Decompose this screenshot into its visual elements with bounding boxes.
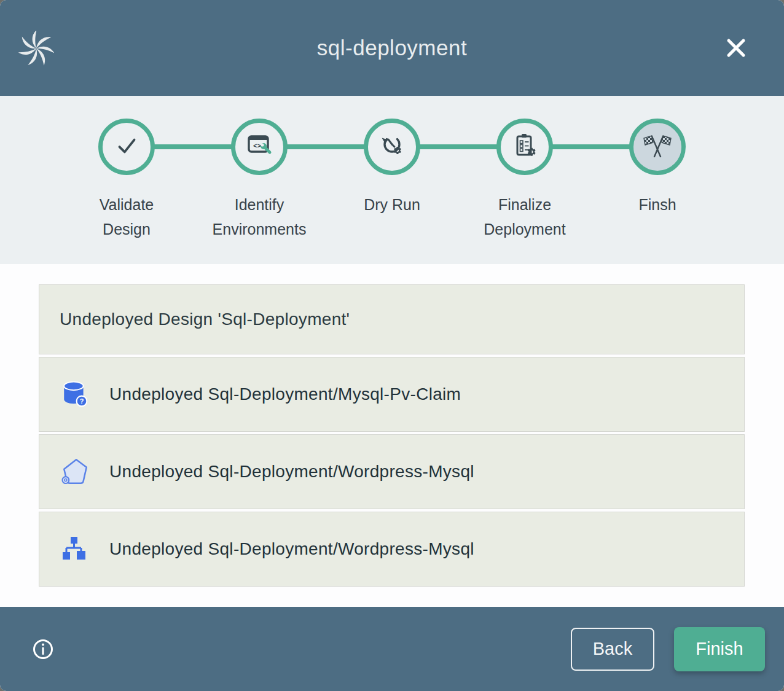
step-validate-design: Validate Design	[60, 119, 193, 241]
step-label: Validate Design	[100, 192, 154, 241]
step-label: Finalize Deployment	[484, 192, 565, 241]
step-finish-circle[interactable]	[629, 119, 686, 175]
back-button[interactable]: Back	[571, 628, 654, 671]
info-icon[interactable]	[32, 638, 54, 660]
status-panel: Undeployed Design 'Sql-Deployment' ? Und…	[39, 284, 745, 587]
wizard-stepper: Validate Design <>	[0, 96, 784, 264]
status-row-wordpress-mysql-tree: Undeployed Sql-Deployment/Wordpress-Mysq…	[39, 512, 745, 587]
code-window-wrench-icon: <>	[245, 131, 274, 163]
dialog-title: sql-deployment	[317, 36, 467, 60]
status-row-pv-claim: ? Undeployed Sql-Deployment/Mysql-Pv-Cla…	[39, 357, 745, 432]
check-icon	[112, 131, 141, 162]
status-row-wordpress-mysql-pod: Undeployed Sql-Deployment/Wordpress-Mysq…	[39, 434, 745, 509]
step-validate-design-circle[interactable]	[98, 119, 155, 175]
dialog-footer: Back Finish	[0, 607, 784, 691]
wizard-content: Undeployed Design 'Sql-Deployment' ? Und…	[0, 264, 784, 607]
database-icon: ?	[60, 379, 90, 410]
step-finalize-deployment: Finalize Deployment	[458, 119, 591, 241]
status-text: Undeployed Design 'Sql-Deployment'	[60, 310, 350, 329]
deployment-wizard-dialog: sql-deployment Validate	[0, 0, 784, 691]
clipboard-gear-icon	[510, 131, 539, 163]
checkered-flags-icon	[643, 131, 672, 163]
step-label: Identify Environments	[213, 192, 307, 241]
pod-icon	[60, 456, 90, 487]
step-identify-environments: <> Identify Environments	[193, 119, 326, 241]
svg-text:?: ?	[80, 397, 84, 405]
step-label: Finsh	[638, 192, 676, 217]
step-finish: Finsh	[591, 119, 724, 241]
dry-run-gear-icon	[377, 131, 407, 163]
pinwheel-logo-icon	[18, 31, 54, 66]
step-finalize-deployment-circle[interactable]	[496, 119, 553, 175]
step-identify-environments-circle[interactable]: <>	[231, 119, 288, 175]
status-text: Undeployed Sql-Deployment/Wordpress-Mysq…	[109, 462, 474, 482]
dialog-header: sql-deployment	[0, 0, 784, 96]
step-label: Dry Run	[364, 192, 420, 217]
svg-text:<>: <>	[253, 142, 262, 150]
status-text: Undeployed Sql-Deployment/Wordpress-Mysq…	[109, 539, 474, 559]
status-row-design: Undeployed Design 'Sql-Deployment'	[39, 284, 745, 354]
status-text: Undeployed Sql-Deployment/Mysql-Pv-Claim	[109, 385, 461, 404]
close-icon[interactable]	[721, 33, 751, 63]
step-dry-run: Dry Run	[326, 119, 458, 241]
tree-icon	[60, 534, 90, 564]
step-dry-run-circle[interactable]	[364, 119, 420, 175]
finish-button[interactable]: Finish	[674, 627, 765, 671]
